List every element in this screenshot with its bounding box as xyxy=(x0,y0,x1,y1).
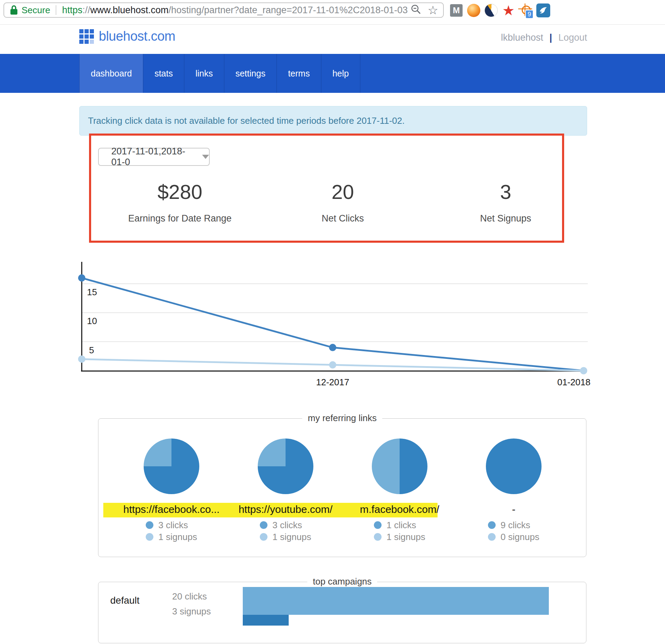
site-header: bluehost.com lkbluehost | Logout xyxy=(0,25,665,54)
main-nav: dashboardstatslinkssettingstermshelp xyxy=(0,54,665,93)
logo-grid-icon xyxy=(79,29,94,44)
nav-tab-help[interactable]: help xyxy=(321,54,360,93)
url-text[interactable]: https://www.bluehost.com/hosting/partner… xyxy=(62,5,410,16)
svg-text:5: 5 xyxy=(89,345,94,355)
legend-row-signups: 1 signups xyxy=(146,531,197,543)
referring-link-pie xyxy=(486,438,542,494)
campaign-bars xyxy=(243,587,549,626)
referring-link-pie xyxy=(258,438,313,494)
svg-text:10: 10 xyxy=(87,316,97,326)
omnibox-divider xyxy=(56,5,56,15)
svg-text:01-2018: 01-2018 xyxy=(557,377,590,387)
referrer-label: m.facebook.com/ xyxy=(360,502,439,517)
info-banner-text: Tracking click data is not available for… xyxy=(88,115,404,126)
extension-bird-icon[interactable] xyxy=(536,3,550,17)
signups-dot-icon xyxy=(146,533,153,541)
clicks-count: 1 clicks xyxy=(386,520,416,531)
pie-legend: 3 clicks1 signups xyxy=(146,519,197,543)
nav-tab-terms[interactable]: terms xyxy=(277,54,321,93)
summary-stats: $280Earnings for Date Range20Net Clicks3… xyxy=(98,180,587,224)
signups-count: 0 signups xyxy=(500,532,539,542)
clicks-signups-chart: 5101512-201701-2018 xyxy=(0,257,665,389)
stat-value: $280 xyxy=(98,180,261,203)
campaign-signups: 3 signups xyxy=(172,606,211,617)
secure-lock-icon[interactable] xyxy=(10,5,18,15)
logo-text: bluehost.com xyxy=(99,29,175,44)
address-bar[interactable]: Secure https://www.bluehost.com/hosting/… xyxy=(3,2,444,18)
clicks-count: 3 clicks xyxy=(272,520,302,531)
referring-link-0: https://facebook.co...3 clicks1 signups xyxy=(114,438,229,543)
nav-tab-dashboard[interactable]: dashboard xyxy=(79,54,143,93)
campaign-clicks: 20 clicks xyxy=(172,591,211,602)
stat-label: Net Signups xyxy=(424,213,587,224)
svg-text:15: 15 xyxy=(87,287,97,297)
chevron-down-icon xyxy=(202,155,209,159)
extension-badge: 9 xyxy=(525,10,534,19)
campaign-name: default xyxy=(110,595,139,606)
signups-count: 1 signups xyxy=(158,532,197,542)
legend-row-signups: 0 signups xyxy=(488,531,539,543)
logout-link[interactable]: Logout xyxy=(558,32,587,43)
signups-dot-icon xyxy=(488,533,496,541)
extension-star-icon[interactable]: ★ xyxy=(502,3,515,17)
info-banner: Tracking click data is not available for… xyxy=(79,106,587,136)
date-range-dropdown[interactable]: 2017-11-01,2018-01-0 xyxy=(98,148,210,166)
url-path: /hosting/partner?date_range=2017-11-01%2… xyxy=(169,5,408,15)
legend-row-signups: 1 signups xyxy=(260,531,311,543)
extension-globe-icon[interactable] xyxy=(484,3,498,17)
top-campaigns-panel: top campaigns default 20 clicks 3 signup… xyxy=(98,582,586,643)
url-separator: :// xyxy=(82,5,90,15)
clicks-dot-icon xyxy=(260,521,267,529)
summary-stat-0: $280Earnings for Date Range xyxy=(98,180,261,224)
clicks-dot-icon xyxy=(146,521,153,529)
stat-value: 3 xyxy=(424,180,587,203)
summary-stat-2: 3Net Signups xyxy=(424,180,587,224)
legend-row-clicks: 3 clicks xyxy=(146,519,197,531)
extension-firefox-icon[interactable] xyxy=(467,3,481,17)
date-range-value: 2017-11-01,2018-01-0 xyxy=(111,146,194,168)
legend-row-clicks: 9 clicks xyxy=(488,519,539,531)
legend-row-signups: 1 signups xyxy=(374,531,425,543)
svg-text:12-2017: 12-2017 xyxy=(316,377,349,387)
signups-count: 1 signups xyxy=(272,532,311,542)
stat-label: Net Clicks xyxy=(261,213,424,224)
signups-count: 1 signups xyxy=(386,532,425,542)
referrer-label: https://youtube.com/ xyxy=(239,502,332,517)
zoom-out-icon[interactable] xyxy=(410,4,422,16)
browser-chrome: Secure https://www.bluehost.com/hosting/… xyxy=(0,0,665,25)
referring-link-pie xyxy=(144,438,199,494)
campaign-clicks-bar xyxy=(243,587,549,615)
account-divider: | xyxy=(550,32,552,43)
secure-label: Secure xyxy=(22,5,50,16)
legend-row-clicks: 3 clicks xyxy=(260,519,311,531)
referrer-label: - xyxy=(512,502,515,517)
extension-m-icon[interactable]: M xyxy=(449,3,463,17)
extension-toolbar: M ★ 9 xyxy=(449,3,550,17)
extension-target-icon[interactable]: 9 xyxy=(519,3,533,17)
referrer-label: https://facebook.co... xyxy=(123,502,220,517)
referring-link-2: m.facebook.com/1 clicks1 signups xyxy=(343,438,457,543)
campaign-signups-bar xyxy=(243,615,289,626)
referring-links-title: my referring links xyxy=(302,413,382,424)
bluehost-logo[interactable]: bluehost.com xyxy=(79,29,175,44)
pie-legend: 3 clicks1 signups xyxy=(260,519,311,543)
referring-link-1: https://youtube.com/3 clicks1 signups xyxy=(229,438,343,543)
clicks-count: 3 clicks xyxy=(158,520,188,531)
clicks-dot-icon xyxy=(488,521,496,529)
bookmark-star-icon[interactable]: ☆ xyxy=(428,4,438,16)
pie-legend: 1 clicks1 signups xyxy=(374,519,425,543)
top-campaigns-title: top campaigns xyxy=(307,576,377,587)
referring-link-pie xyxy=(372,438,427,494)
clicks-dot-icon xyxy=(374,521,382,529)
summary-stat-1: 20Net Clicks xyxy=(261,180,424,224)
nav-tab-settings[interactable]: settings xyxy=(224,54,277,93)
stat-value: 20 xyxy=(261,180,424,203)
pie-legend: 9 clicks0 signups xyxy=(488,519,539,543)
signups-dot-icon xyxy=(374,533,382,541)
stat-label: Earnings for Date Range xyxy=(98,213,261,224)
referring-link-3: -9 clicks0 signups xyxy=(457,438,571,543)
referring-links-row: https://facebook.co...3 clicks1 signupsh… xyxy=(114,438,571,543)
nav-tab-stats[interactable]: stats xyxy=(143,54,184,93)
legend-row-clicks: 1 clicks xyxy=(374,519,425,531)
nav-tab-links[interactable]: links xyxy=(184,54,224,93)
